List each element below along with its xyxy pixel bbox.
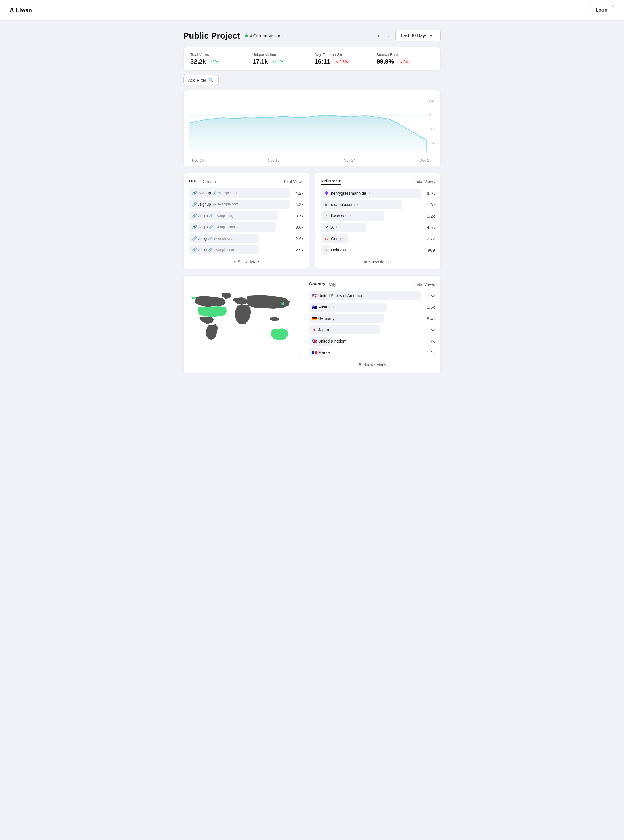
link-icon: 🔗 [192, 213, 197, 218]
date-range-dropdown[interactable]: Last 30 Days ▾ [395, 30, 441, 42]
chart-x-label: Dec 1 [420, 158, 429, 162]
referrer-name: Unknown [331, 248, 348, 252]
bar-label: 🇯🇵 Japan [309, 328, 332, 332]
row-value: 6.6k [423, 305, 435, 309]
referrer-icon: ▶ [323, 201, 330, 208]
row-value: 2.7k [423, 237, 435, 241]
referrer-table-card: Referrer ▾ Total Views 🕷 henrygressmann.… [315, 173, 441, 269]
bar-container: 🇩🇪 Germany [309, 314, 421, 323]
geo-table-rows: 🇺🇸 United States of America 9.6k 🇦🇺 Aust… [309, 291, 435, 357]
svg-text:1.4k: 1.4k [429, 99, 434, 103]
add-filter-button[interactable]: Add Filter 🔍 [183, 75, 219, 85]
table-row: 🔗 /login 🔗 example.com 3.6k [189, 223, 303, 232]
stat-label: Unique Visitors [252, 53, 305, 57]
row-value: 2.9k [292, 236, 303, 241]
continent-africa [235, 305, 251, 324]
chart-card: 1.4k 1k 0.6k 0.2k Nov 10 Nov 17 Nov 24 [183, 90, 441, 166]
row-value: 6.2k [423, 214, 435, 218]
country-table: Country City Total Views 🇺🇸 United State… [309, 281, 435, 367]
row-value: 9.6k [423, 294, 435, 298]
link-icon: 🔗 [192, 236, 197, 241]
login-button[interactable]: Login [590, 5, 614, 15]
row-value: 6k [423, 328, 435, 332]
ref-show-details[interactable]: ⊕ Show details [321, 257, 435, 265]
external-link-icon: 🔗 [212, 203, 216, 206]
world-map: ⤢ [189, 281, 303, 367]
referrer-name: henrygressmann.de [331, 191, 366, 195]
tab-city[interactable]: City [329, 282, 336, 287]
row-value: 2.9k [292, 248, 303, 252]
external-link-icon: ↗ [349, 214, 351, 218]
chart-x-labels: Nov 10 Nov 17 Nov 24 Dec 1 [189, 157, 435, 162]
geo-card: ⤢ Country City Total Views 🇺🇸 United Sta… [183, 275, 441, 373]
continent-north-america [195, 296, 227, 324]
referrer-table-rows: 🕷 henrygressmann.de ↗ 9.9k ▶ example.com… [321, 189, 435, 255]
domain: example.com [215, 225, 235, 229]
table-row: 🕷 henrygressmann.de ↗ 9.9k [321, 189, 435, 198]
online-indicator [245, 34, 248, 37]
url-table-col-header: Total Views [283, 179, 303, 184]
bar-label: G Google ↗ [321, 235, 351, 242]
logo-text: Liwan [16, 7, 32, 14]
geo-show-details[interactable]: ⊕ Show details [309, 359, 435, 367]
bar-container: 🔗 /blog 🔗 example.com [189, 245, 290, 254]
tab-country[interactable]: Country [309, 281, 326, 287]
stat-value: 32.2k [190, 58, 206, 65]
url-path: /login [198, 225, 208, 229]
flag-icon: 🇺🇸 [312, 294, 317, 298]
two-col-tables: URL Domain Total Views 🔗 /signup 🔗 examp… [183, 173, 441, 269]
visitors-label: 4 Current Visitors [250, 33, 283, 38]
url-show-details[interactable]: ⊕ Show details [189, 257, 303, 265]
flag-icon: 🇬🇧 [312, 339, 317, 343]
stat-badge: ↑4.1% [271, 59, 285, 64]
visitors-badge: 4 Current Visitors [245, 33, 283, 38]
url-table-card: URL Domain Total Views 🔗 /signup 🔗 examp… [183, 173, 309, 269]
row-value: 1.2k [423, 350, 435, 355]
tab-url[interactable]: URL [189, 178, 198, 184]
external-link-icon: ↗ [335, 226, 338, 229]
table-row: 🇯🇵 Japan 6k [309, 325, 435, 334]
next-period-button[interactable]: › [385, 31, 392, 40]
url-table-rows: 🔗 /signup 🔗 example.org 4.2k 🔗 /signup 🔗… [189, 189, 303, 254]
bar-label: 🔗 /login 🔗 example.org [189, 213, 236, 218]
referrer-table-tabs: Referrer ▾ [321, 178, 341, 185]
stat-total-views: Total Views 32.2k ↑9% [190, 53, 248, 65]
bar-container: 🔗 /blog 🔗 example.org [189, 234, 290, 243]
link-icon: 🔗 [192, 248, 197, 252]
external-link-icon: ↗ [368, 192, 370, 195]
geo-col-header: Total Views [415, 282, 435, 287]
stat-badge: ↑9% [209, 59, 220, 64]
table-row: 🇫🇷 France 1.2k [309, 348, 435, 357]
tab-referrer[interactable]: Referrer ▾ [321, 178, 341, 185]
geo-table-tabs: Country City [309, 281, 336, 287]
bar-label: ✕ X ↗ [321, 224, 340, 230]
tab-domain[interactable]: Domain [201, 179, 216, 184]
row-value: 9.9k [423, 191, 435, 196]
referrer-name: Google [331, 237, 344, 241]
stats-row: Total Views 32.2k ↑9% Unique Visitors 17… [183, 47, 441, 71]
table-row: 🔗 /blog 🔗 example.org 2.9k [189, 234, 303, 243]
search-icon: ⊕ [233, 259, 236, 264]
table-row: 🇦🇺 Australia 6.6k [309, 303, 435, 312]
table-row: ✕ X ↗ 4.5k [321, 223, 435, 232]
country-name: Germany [318, 316, 335, 321]
bar-container: /\ liwan.dev ↗ [321, 212, 421, 221]
prev-period-button[interactable]: ‹ [375, 31, 382, 40]
stat-badge: ↘-0.5% [333, 59, 350, 64]
stat-unique-visitors: Unique Visitors 17.1k ↑4.1% [248, 53, 310, 65]
stat-value: 16:11 [315, 58, 331, 65]
bar-label: 🔗 /signup 🔗 example.org [189, 191, 239, 195]
chart-area: 1.4k 1k 0.6k 0.2k [189, 95, 435, 157]
project-title: Public Project [183, 31, 240, 40]
bar-label: 🔗 /signup 🔗 example.com [189, 202, 241, 207]
chart-svg: 1.4k 1k 0.6k 0.2k [189, 95, 435, 157]
external-link-icon: 🔗 [208, 248, 212, 252]
referrer-col-header: Total Views [415, 179, 435, 184]
project-title-row: Public Project 4 Current Visitors ‹ › La… [183, 30, 441, 42]
greenland [222, 292, 232, 299]
external-link-icon: ↗ [345, 237, 348, 241]
row-value: 8k [423, 202, 435, 207]
continent-south-america [205, 324, 218, 340]
table-row: 🔗 /signup 🔗 example.com 4.2k [189, 200, 303, 209]
referrer-icon: ✕ [323, 224, 330, 230]
